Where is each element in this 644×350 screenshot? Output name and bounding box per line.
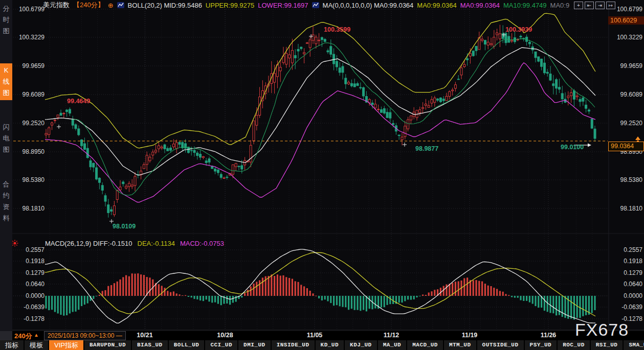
- axis-corner-block: [0, 331, 12, 340]
- toolbar-btn-cci-ud[interactable]: CCI_UD: [205, 340, 237, 350]
- fx678-watermark: FX678: [575, 320, 629, 340]
- tab-char: 约: [0, 190, 12, 201]
- tab-char: 时: [0, 14, 12, 26]
- toolbar-btn-kd-ud[interactable]: KD_UD: [316, 340, 344, 350]
- toolbar-btn-psy-ud[interactable]: PSY_UD: [525, 340, 557, 350]
- trading-terminal: 99.464998.0109100.359998.9877100.393999.…: [0, 0, 644, 350]
- sidebar-tab-time-chart[interactable]: 分时图: [0, 3, 12, 37]
- axis-tick-label: 99.2520: [612, 120, 642, 127]
- axis-tick-label: 99.6089: [14, 91, 45, 98]
- toolbar-btn-boll-ud[interactable]: BOLL_UD: [169, 340, 205, 350]
- legend-text: UPPER:99.9275: [206, 2, 254, 9]
- legend-text: MA0:99.0364: [417, 2, 456, 9]
- tab-char: 分: [0, 3, 12, 14]
- price-chart-canvas[interactable]: 99.464998.0109100.359998.9877100.393999.…: [0, 0, 644, 331]
- session-high-badge: 100.6029: [608, 16, 644, 25]
- macd-settings-icon[interactable]: [12, 240, 18, 247]
- axis-tick-label: 99.9659: [14, 62, 45, 69]
- axis-tick-label: 100.3229: [14, 34, 45, 41]
- indicator-toolbar: 指标模板VIP指标BARUPDN_UDBIAS_UDBOLL_UDCCI_UDD…: [0, 340, 644, 350]
- date-label: 11/05: [299, 332, 330, 339]
- toolbar-tab-indicators[interactable]: 指标: [0, 340, 24, 350]
- legend-text: MA0:9: [550, 2, 570, 9]
- axis-tick-label: 0.1918: [14, 258, 45, 265]
- legend-text: MACD:-0.0753: [180, 240, 224, 247]
- toolbar-btn-barupdn-ud[interactable]: BARUPDN_UD: [84, 340, 131, 350]
- toolbar-tab-templates[interactable]: 模板: [25, 340, 48, 350]
- tab-char: 合: [0, 179, 12, 190]
- legend-text: 【240分】: [73, 1, 104, 10]
- axis-tick-label: 0.0640: [612, 281, 642, 288]
- toolbar-btn-sma-ud[interactable]: SMA_UD: [624, 340, 644, 350]
- date-label: 11/26: [533, 332, 564, 339]
- fit-right-icon[interactable]: ⇥: [595, 2, 605, 9]
- period-selector[interactable]: 240分: [14, 332, 32, 341]
- tab-char: K: [0, 65, 12, 76]
- last-price-badge: 99.0364: [608, 142, 644, 151]
- toolbar-btn-bias-ud[interactable]: BIAS_UD: [132, 340, 168, 350]
- move-window-icon[interactable]: +: [574, 2, 583, 9]
- price-annotation: 100.3599: [324, 26, 350, 33]
- indicator-chart-icon[interactable]: [312, 2, 319, 8]
- axis-tick-label: 0.1918: [612, 258, 642, 265]
- legend-text: MA(0,0,0,10,0,0) MA0:99.0364: [323, 2, 414, 9]
- toolbar-btn-inside-ud[interactable]: INSIDE_UD: [272, 340, 315, 350]
- date-label: 11/12: [376, 332, 407, 339]
- toolbar-btn-ma-ud[interactable]: MA_UD: [378, 340, 407, 350]
- toolbar-btn-kdj-ud[interactable]: KDJ_UD: [345, 340, 377, 350]
- overlay-lines: [45, 13, 595, 202]
- axis-tick-label: 98.5380: [14, 176, 45, 183]
- axis-tick-label: 100.6799: [14, 6, 45, 13]
- annotations: 99.464998.0109100.359998.9877100.393999.…: [12, 26, 641, 247]
- axis-tick-label: 98.1810: [612, 205, 642, 212]
- price-annotation: 100.3939: [505, 26, 532, 33]
- macd-legend: MACD(26,12,9) DIFF:-0.1510DEA:-0.1134MAC…: [45, 239, 224, 247]
- axis-tick-label: 100.3229: [612, 34, 642, 41]
- indicator-chart-icon[interactable]: [117, 2, 124, 8]
- visible-range-label: 2025/10/13 09:00~13:00 —: [44, 331, 126, 340]
- time-axis-row: 240分 ▲ 2025/10/13 09:00~13:00 — 10/2110/…: [0, 331, 644, 340]
- left-sidebar: 分时图K线图闪电图合约资料: [0, 0, 12, 331]
- legend-text: MACD(26,12,9) DIFF:-0.1510: [45, 240, 132, 247]
- date-label: 10/28: [210, 332, 240, 339]
- toolbar-btn-roc-ud[interactable]: ROC_UD: [558, 340, 590, 350]
- toolbar-btn-rsi-ud[interactable]: RSI_UD: [591, 340, 623, 350]
- sidebar-tab-lightning-chart[interactable]: 闪电图: [0, 122, 12, 155]
- axis-tick-label: -0.0639: [14, 304, 45, 311]
- candles: [45, 25, 596, 218]
- axis-tick-label: 0.1279: [14, 269, 45, 276]
- axis-tick-label: 0.0640: [14, 281, 45, 288]
- axis-tick-label: 0.1279: [612, 269, 642, 276]
- legend-text: 美元指数: [43, 1, 70, 10]
- axis-tick-label: 99.9659: [612, 62, 642, 69]
- circle-plus-icon[interactable]: ⊕: [108, 2, 114, 9]
- macd-panel: [45, 249, 596, 323]
- pan-right-icon[interactable]: ↦: [606, 2, 615, 9]
- legend-text: LOWER:99.1697: [258, 2, 308, 9]
- tab-char: 闪: [0, 122, 12, 133]
- period-up-arrow-icon: ▲: [34, 332, 39, 338]
- toolbar-btn-dmi-ud[interactable]: DMI_UD: [238, 340, 271, 350]
- toolbar-btn-mtm-ud[interactable]: MTM_UD: [444, 340, 476, 350]
- sidebar-tab-contract-info[interactable]: 合约资料: [0, 179, 12, 224]
- legend-text: DEA:-0.1134: [138, 240, 175, 247]
- toolbar-btn-macd-ud[interactable]: MACD_UD: [407, 340, 443, 350]
- axis-tick-label: 0.2557: [612, 246, 642, 253]
- sidebar-tab-kline-chart[interactable]: K线图: [0, 63, 12, 100]
- toolbar-btn-outside-ud[interactable]: OUTSIDE_UD: [477, 340, 524, 350]
- legend-text: MA0:99.0364: [460, 2, 500, 9]
- up-arrow-icon: [635, 136, 640, 140]
- tab-char: 图: [0, 144, 12, 155]
- window-controls: +⇤⇥↦: [574, 2, 615, 9]
- axis-tick-label: 100.6799: [612, 6, 642, 13]
- fit-left-icon[interactable]: ⇤: [585, 2, 594, 9]
- axis-tick-label: 98.1810: [14, 205, 45, 212]
- tab-char: 资: [0, 201, 12, 213]
- price-annotation: 98.9877: [415, 145, 438, 152]
- price-annotation: 99.4649: [67, 98, 90, 105]
- tab-char: 电: [0, 133, 12, 144]
- toolbar-tab-vip-indicators[interactable]: VIP指标: [49, 340, 83, 350]
- date-label: 10/21: [129, 332, 160, 339]
- main-chart-legend: 美元指数【240分】⊕BOLL(20,2) MID:99.5486UPPER:9…: [43, 1, 569, 9]
- price-annotation: 99.0100: [561, 144, 584, 151]
